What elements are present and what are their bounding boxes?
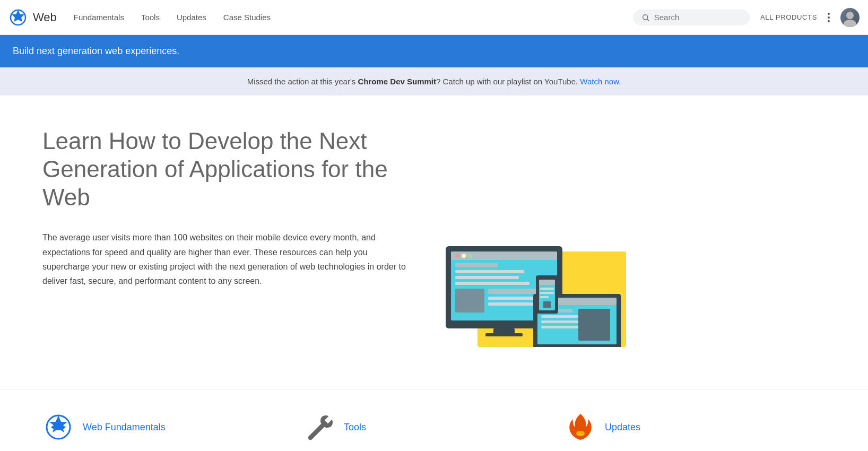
- dot: [828, 20, 830, 22]
- svg-rect-12: [455, 263, 498, 267]
- announcement-prefix: Missed the action at this year's: [247, 77, 358, 86]
- main-nav: Web Fundamentals Tools Updates Case Stud…: [0, 0, 868, 35]
- category-item-updates[interactable]: Updates: [565, 411, 826, 443]
- web-fundamentals-label: Web Fundamentals: [83, 422, 166, 433]
- announcement-middle: ? Catch up with our playlist on YouTube.: [436, 77, 580, 86]
- nav-link-fundamentals[interactable]: Fundamentals: [74, 11, 124, 24]
- nav-link-updates[interactable]: Updates: [177, 11, 206, 24]
- svg-point-1: [643, 14, 648, 19]
- svg-rect-36: [539, 280, 555, 285]
- svg-rect-8: [451, 251, 557, 260]
- avatar-svg: [840, 8, 860, 27]
- svg-rect-32: [578, 309, 610, 341]
- svg-rect-21: [485, 333, 523, 336]
- watch-now-link[interactable]: Watch now.: [580, 77, 621, 86]
- announcement-bold: Chrome Dev Summit: [358, 77, 436, 86]
- svg-rect-20: [493, 328, 515, 334]
- svg-line-2: [647, 19, 649, 21]
- more-options-button[interactable]: [826, 11, 832, 24]
- category-item-tools[interactable]: Tools: [303, 411, 565, 443]
- svg-rect-40: [543, 301, 551, 308]
- svg-point-42: [576, 431, 585, 436]
- hero-body-text: The average user visits more than 100 we…: [42, 230, 414, 288]
- svg-rect-38: [540, 292, 554, 294]
- announcement-bar: Missed the action at this year's Chrome …: [0, 67, 868, 96]
- hero-body-section: The average user visits more than 100 we…: [42, 230, 700, 347]
- logo[interactable]: Web: [8, 8, 57, 27]
- web-fundamentals-icon: [42, 411, 74, 443]
- hero-illustration-svg: [435, 230, 626, 347]
- tools-label: Tools: [344, 422, 366, 433]
- hero-banner-text: Build next generation web experiences.: [13, 46, 179, 56]
- svg-rect-37: [540, 288, 554, 290]
- search-icon: [641, 13, 650, 22]
- avatar-image: [840, 8, 860, 27]
- svg-rect-39: [540, 296, 549, 298]
- svg-point-11: [468, 254, 472, 258]
- hero-heading: Learn How to Develop the Next Generation…: [42, 127, 424, 211]
- search-input[interactable]: [654, 13, 741, 22]
- dot: [828, 16, 830, 19]
- updates-label: Updates: [605, 422, 640, 433]
- search-bar[interactable]: [633, 10, 750, 25]
- main-content: Learn How to Develop the Next Generation…: [0, 96, 743, 368]
- nav-right: ALL PRODUCTS: [760, 8, 860, 27]
- svg-rect-14: [455, 276, 519, 279]
- hero-banner: Build next generation web experiences.: [0, 35, 868, 67]
- tools-icon: [303, 411, 335, 443]
- svg-point-10: [462, 254, 466, 258]
- all-products-button[interactable]: ALL PRODUCTS: [760, 13, 817, 21]
- svg-rect-16: [455, 289, 484, 313]
- nav-link-case-studies[interactable]: Case Studies: [223, 11, 271, 24]
- dot: [828, 13, 830, 15]
- svg-point-9: [455, 254, 459, 258]
- nav-link-tools[interactable]: Tools: [141, 11, 160, 24]
- nav-links: Fundamentals Tools Updates Case Studies: [74, 11, 633, 24]
- updates-icon: [565, 411, 596, 443]
- hero-image: [435, 230, 626, 347]
- svg-rect-13: [455, 270, 524, 273]
- category-item-fundamentals[interactable]: Web Fundamentals: [42, 411, 303, 443]
- avatar[interactable]: [840, 8, 860, 27]
- logo-text: Web: [33, 11, 57, 24]
- category-section: Web Fundamentals Tools Updates: [0, 389, 868, 443]
- svg-point-3: [846, 12, 854, 19]
- logo-icon: [8, 8, 28, 27]
- svg-rect-15: [455, 282, 530, 285]
- svg-point-4: [844, 20, 856, 27]
